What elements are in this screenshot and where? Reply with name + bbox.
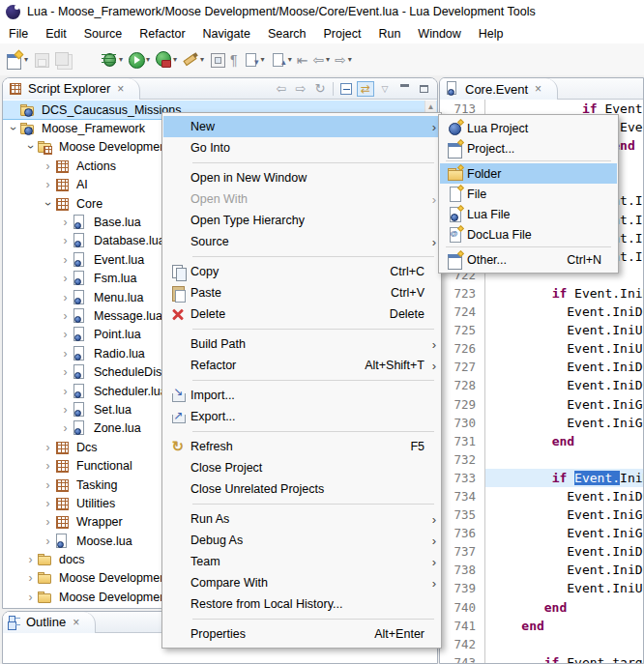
expander-icon[interactable]: › (42, 515, 54, 529)
dropdown-arrow-icon[interactable]: ▾ (173, 55, 177, 64)
tab-core-event[interactable]: Core.Event × (440, 78, 558, 100)
forward-arrow-icon[interactable]: ⇨ (291, 80, 310, 98)
context-menu-item-export-[interactable]: Export... (163, 406, 440, 427)
expander-icon[interactable]: › (59, 216, 72, 229)
dropdown-arrow-icon[interactable]: ▾ (348, 55, 352, 64)
code-line-727[interactable]: 727 Event.IniDCSGroup = Event.IniDCSUnit… (440, 358, 643, 376)
link-with-editor-icon[interactable]: ⇄ (356, 80, 375, 98)
menubar-item-navigate[interactable]: Navigate (194, 25, 259, 43)
code-text[interactable] (485, 450, 643, 469)
expander-icon[interactable]: › (7, 123, 20, 135)
back-button[interactable]: ⇦▾ (310, 48, 332, 72)
new-submenu-item-doclua-file[interactable]: DocLua File (440, 224, 617, 245)
last-edit-location-button[interactable]: ⇤ (295, 48, 310, 72)
previous-annotation-button[interactable]: ▴▾ (268, 48, 294, 72)
context-menu-item-refresh[interactable]: RefreshF5 (163, 436, 440, 457)
close-icon[interactable]: × (535, 82, 542, 96)
code-text[interactable]: Event.IniGroup = GROUP:FindByName( Event… (485, 524, 643, 542)
code-line-737[interactable]: 737 Event.IniDCSUnit = Event.initiator (440, 542, 643, 561)
new-submenu-item-project-[interactable]: Project... (440, 138, 617, 159)
code-text[interactable]: end (485, 432, 643, 450)
code-line-739[interactable]: 739 Event.IniUnitName = Event.IniDCSUnit… (440, 579, 643, 597)
dropdown-arrow-icon[interactable]: ▾ (119, 55, 123, 64)
code-line-742[interactable]: 742 (440, 635, 643, 653)
code-line-733[interactable]: 733 if Event.IniDCSGroup then (440, 469, 643, 487)
menubar-item-file[interactable]: File (0, 25, 37, 43)
new-submenu-item-lua-file[interactable]: Lua File (440, 204, 617, 224)
code-line-728[interactable]: 728 Event.IniDCSGroupName = "" (440, 376, 643, 394)
code-text[interactable]: end (485, 598, 643, 617)
code-line-732[interactable]: 732 (440, 450, 643, 469)
code-text[interactable]: Event.IniDCSUnitName = Event.IniDCSUnit:… (485, 303, 643, 321)
context-menu-item-import-[interactable]: Import... (163, 385, 440, 406)
new-submenu-item-lua-project[interactable]: Lua Project (440, 118, 617, 138)
dropdown-arrow-icon[interactable]: ▾ (261, 55, 265, 64)
menubar-item-project[interactable]: Project (315, 25, 370, 43)
dropdown-arrow-icon[interactable]: ▾ (200, 55, 204, 64)
go-into-icon[interactable]: ↻ (310, 80, 330, 98)
menubar-item-search[interactable]: Search (259, 25, 315, 43)
expander-icon[interactable]: › (59, 328, 72, 341)
dropdown-arrow-icon[interactable]: ▾ (288, 55, 292, 64)
context-menu-item-properties[interactable]: PropertiesAlt+Enter (163, 623, 440, 645)
expander-icon[interactable]: › (42, 459, 54, 473)
run-external-button[interactable]: ▾ (153, 48, 179, 72)
expander-icon[interactable]: › (59, 403, 72, 417)
expander-icon[interactable]: › (24, 591, 37, 604)
tab-script-explorer[interactable]: Script Explorer × (3, 78, 140, 100)
expander-icon[interactable]: › (42, 178, 54, 191)
show-whitespace-button[interactable]: ¶ (228, 48, 240, 72)
code-text[interactable]: Event.IniDCSGroupName = Event.IniDCSGrou… (485, 487, 643, 505)
context-menu-item-team[interactable]: Team› (163, 551, 440, 572)
expander-icon[interactable]: › (59, 253, 72, 267)
code-line-736[interactable]: 736 Event.IniGroup = GROUP:FindByName( E… (440, 524, 643, 542)
context-menu-item-run-as[interactable]: Run As› (163, 508, 440, 530)
code-text[interactable]: Event.IniUnitName = Event.IniDCSUnitName (485, 579, 643, 597)
new-submenu-item-other-[interactable]: Other...Ctrl+N (440, 249, 617, 270)
code-text[interactable]: if Event.IniDCSUnit then (485, 284, 643, 303)
expander-icon[interactable]: › (59, 291, 72, 304)
code-line-729[interactable]: 729 Event.IniGroupName = Event.IniDCSGro… (440, 395, 643, 414)
code-line-734[interactable]: 734 Event.IniDCSGroupName = Event.IniDCS… (440, 487, 643, 505)
context-menu-item-delete[interactable]: DeleteDelete (163, 303, 440, 325)
context-menu-item-go-into[interactable]: Go Into (163, 137, 440, 159)
menubar-item-run[interactable]: Run (369, 25, 409, 43)
next-annotation-button[interactable]: ▾▾ (241, 48, 267, 72)
expander-icon[interactable]: › (59, 347, 72, 361)
expander-icon[interactable]: › (59, 272, 72, 285)
code-text[interactable]: end (485, 617, 643, 635)
expander-icon[interactable]: › (42, 478, 54, 492)
code-text[interactable]: Event.IniUnit = UNIT:FindByName( Event.I… (485, 339, 643, 358)
expander-icon[interactable]: › (24, 571, 37, 585)
context-menu-item-copy[interactable]: CopyCtrl+C (163, 261, 440, 282)
context-menu-item-open-in-new-window[interactable]: Open in New Window (163, 167, 440, 188)
code-text[interactable]: Event.IniUnitName = Event.IniDCSUnitName (485, 321, 643, 339)
code-text[interactable]: Event.IniDCSUnit = Event.initiator (485, 542, 643, 561)
back-arrow-icon[interactable]: ⇦ (272, 80, 291, 98)
dropdown-arrow-icon[interactable]: ▾ (146, 55, 150, 64)
code-line-735[interactable]: 735 Event.IniGroupName = Event.IniDCSGro… (440, 505, 643, 524)
code-text[interactable]: Event.IniGroupName = Event.IniDCSGroupNa… (485, 505, 643, 524)
expander-icon[interactable]: › (42, 534, 54, 548)
expander-icon[interactable]: › (59, 385, 72, 398)
collapse-all-icon[interactable] (337, 80, 356, 98)
code-line-730[interactable]: 730 Event.IniGroup = GROUP:FindByName( E… (440, 414, 643, 432)
expander-icon[interactable]: › (59, 365, 72, 379)
context-menu-item-new[interactable]: New› (163, 116, 440, 137)
code-text[interactable]: Event.IniDCSGroup = Event.IniDCSUnit:get… (485, 358, 643, 376)
new-wizard-button[interactable]: ▾ (4, 48, 30, 72)
context-menu-item-close-project[interactable]: Close Project (163, 457, 440, 478)
expander-icon[interactable]: › (42, 441, 54, 454)
external-tools-button[interactable]: ▾ (180, 48, 206, 72)
new-submenu-item-folder[interactable]: Folder (440, 163, 617, 184)
context-menu-item-compare-with[interactable]: Compare With› (163, 572, 440, 593)
expander-icon[interactable]: › (59, 234, 72, 247)
run-button[interactable]: ▾ (126, 48, 152, 72)
code-line-738[interactable]: 738 Event.IniDCSUnitName = Event.IniDCSU… (440, 561, 643, 579)
context-menu-item-refactor[interactable]: RefactorAlt+Shift+T› (163, 355, 440, 376)
expander-icon[interactable]: › (42, 197, 55, 210)
forward-button[interactable]: ⇨▾ (333, 48, 354, 72)
code-line-724[interactable]: 724 Event.IniDCSUnitName = Event.IniDCSU… (440, 303, 643, 321)
new-submenu-item-file[interactable]: File (440, 184, 617, 204)
close-icon[interactable]: × (117, 82, 124, 96)
